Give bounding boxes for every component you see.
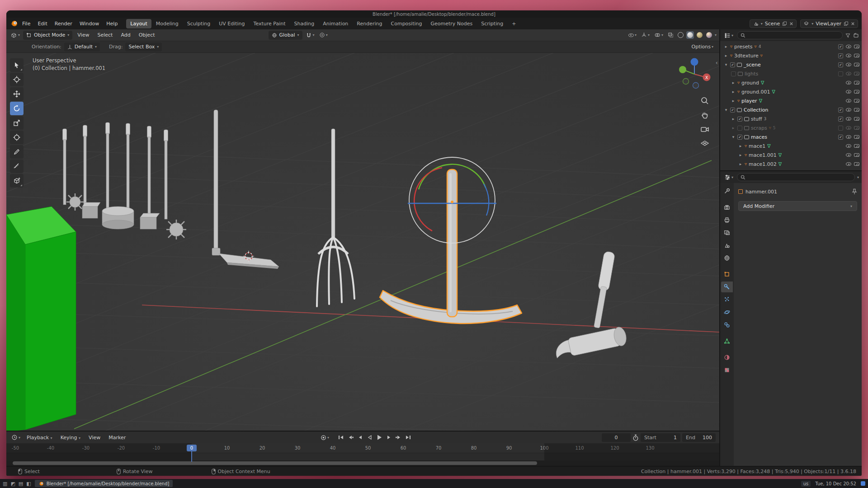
outliner-search-input[interactable] (737, 31, 843, 39)
current-frame-field[interactable]: 0 (602, 433, 631, 442)
properties-editor-selector[interactable]: ▾ (723, 173, 735, 182)
outliner-row[interactable]: ▸ ▿ mace1 ∇ (720, 141, 862, 150)
expand-icon[interactable]: ▸ (731, 126, 736, 130)
expand-icon[interactable]: ▸ (731, 99, 736, 103)
menu-help[interactable]: Help (103, 19, 121, 28)
shading-wireframe-button[interactable] (677, 31, 684, 39)
blender-logo-icon[interactable] (10, 20, 18, 27)
outliner-row[interactable]: ▸ ▿ 3dtexture ▿ ✓ (720, 51, 862, 60)
scale-tool[interactable] (10, 116, 24, 130)
exclude-checkbox[interactable]: ✓ (838, 117, 843, 122)
hide-eye-icon[interactable] (846, 108, 851, 112)
viewlayer-selector[interactable]: ▾ ViewLayer (800, 19, 858, 28)
navigation-gizmo[interactable]: X (677, 56, 712, 92)
exclude-checkbox[interactable]: ✓ (838, 53, 843, 58)
add-workspace-button[interactable]: + (508, 19, 520, 28)
filter-funnel-icon[interactable] (845, 33, 851, 38)
tab-view-layer[interactable] (721, 227, 733, 238)
window-titlebar[interactable]: Blender* [/home/amalie/Desktop/blender/m… (6, 10, 862, 18)
render-camera-icon[interactable] (854, 144, 859, 148)
pin-icon[interactable] (852, 188, 857, 195)
render-camera-icon[interactable] (854, 90, 859, 94)
close-icon[interactable] (851, 22, 855, 26)
menu-view[interactable]: View (74, 31, 92, 39)
measure-tool[interactable] (10, 160, 24, 173)
end-frame-field[interactable]: End 100 (682, 433, 716, 442)
proportional-editing-toggle[interactable]: ▾ (318, 31, 329, 40)
filter-chevron-icon[interactable]: ▾ (857, 175, 859, 179)
exclude-checkbox[interactable] (838, 126, 843, 131)
outliner-row[interactable]: ▸ ▿ presets ▿ 4 ✓ (720, 42, 862, 51)
menu-add[interactable]: Add (118, 31, 133, 39)
render-camera-icon[interactable] (854, 81, 859, 84)
tab-physics[interactable] (721, 307, 733, 318)
hide-eye-icon[interactable] (846, 144, 851, 148)
new-viewlayer-icon[interactable] (844, 21, 849, 26)
menu-edit[interactable]: Edit (34, 19, 50, 28)
render-camera-icon[interactable] (854, 63, 859, 66)
outliner-row[interactable]: ▸ ✓ stuff 3 ✓ (720, 114, 862, 123)
hide-eye-icon[interactable] (846, 162, 851, 166)
tab-object-data[interactable] (721, 336, 733, 347)
start-frame-field[interactable]: Start 1 (641, 433, 680, 442)
tab-layout[interactable]: Layout (126, 19, 151, 28)
launcher-icon[interactable]: ▤ (19, 481, 23, 487)
cursor-tool[interactable] (10, 73, 24, 86)
shading-options-chevron[interactable]: ▾ (715, 33, 717, 37)
next-frame-button[interactable] (386, 435, 392, 440)
hide-eye-icon[interactable] (846, 117, 851, 121)
outliner-row[interactable]: ▸ ▿ mace1.001 ∇ (720, 150, 862, 160)
outliner-row[interactable]: lights (720, 69, 862, 78)
drag-selector[interactable]: Select Box ▾ (125, 42, 162, 52)
outliner-editor-selector[interactable]: ▾ (723, 31, 735, 40)
taskbar-clock[interactable]: Tue, 10 Dec 20:52 (815, 481, 856, 486)
close-icon[interactable] (789, 22, 793, 26)
render-camera-icon[interactable] (854, 117, 859, 121)
tab-modeling[interactable]: Modeling (152, 19, 183, 28)
menu-playback[interactable]: Playback ▾ (24, 433, 56, 442)
hide-eye-icon[interactable] (846, 135, 851, 139)
auto-keying-toggle[interactable]: ▾ (319, 433, 330, 442)
tab-tool[interactable] (721, 186, 733, 197)
transform-tool[interactable] (10, 131, 24, 144)
play-reverse-button[interactable] (366, 435, 373, 440)
menu-marker[interactable]: Marker (105, 433, 129, 442)
expand-icon[interactable]: ▸ (738, 153, 743, 157)
zoom-icon[interactable] (700, 96, 709, 105)
outliner-row[interactable]: ▾ ✓ _scene ✓ (720, 60, 862, 69)
editor-type-selector[interactable]: ▾ (9, 31, 21, 40)
new-collection-icon[interactable] (853, 33, 859, 38)
launcher-icon[interactable]: ▥ (3, 481, 7, 487)
collection-checkbox[interactable]: ✓ (730, 108, 735, 113)
menu-object[interactable]: Object (136, 31, 158, 39)
scene-selector[interactable]: ▾ Scene (750, 19, 797, 28)
transform-orientation-selector[interactable]: Global ▾ (269, 31, 302, 40)
hide-eye-icon[interactable] (846, 81, 851, 84)
playhead[interactable]: 0 (187, 445, 197, 451)
expand-icon[interactable]: ▸ (724, 44, 728, 49)
menu-keying[interactable]: Keying ▾ (57, 433, 84, 442)
options-dropdown[interactable]: Options ▾ (690, 42, 715, 52)
collection-checkbox[interactable]: ✓ (737, 117, 742, 122)
hide-eye-icon[interactable] (846, 90, 851, 94)
expand-icon[interactable]: ▸ (731, 80, 736, 85)
tray-icon[interactable] (861, 481, 865, 486)
render-camera-icon[interactable] (854, 99, 859, 103)
tab-render[interactable] (721, 202, 733, 213)
snapping-toggle[interactable]: ▾ (304, 31, 316, 40)
collapse-icon[interactable]: ▾ (724, 62, 728, 67)
keyboard-layout-indicator[interactable]: us (801, 481, 811, 487)
launcher-icon[interactable]: ◩ (10, 481, 15, 487)
new-scene-icon[interactable] (782, 21, 787, 26)
xray-toggle[interactable] (666, 31, 675, 40)
timeline-scrollbar[interactable] (6, 460, 719, 466)
gizmos-dropdown[interactable]: ▾ (640, 31, 651, 40)
next-keyframe-button[interactable] (396, 435, 402, 440)
exclude-checkbox[interactable]: ✓ (838, 62, 843, 67)
outliner-row[interactable]: ▸ ▿ player ∇ (720, 96, 862, 105)
add-modifier-dropdown[interactable]: Add Modifier ▾ (738, 201, 857, 211)
ortho-grid-icon[interactable] (700, 139, 709, 148)
scrollbar-thumb[interactable] (13, 461, 537, 465)
render-camera-icon[interactable] (854, 126, 859, 130)
expand-icon[interactable]: ▸ (724, 53, 728, 58)
